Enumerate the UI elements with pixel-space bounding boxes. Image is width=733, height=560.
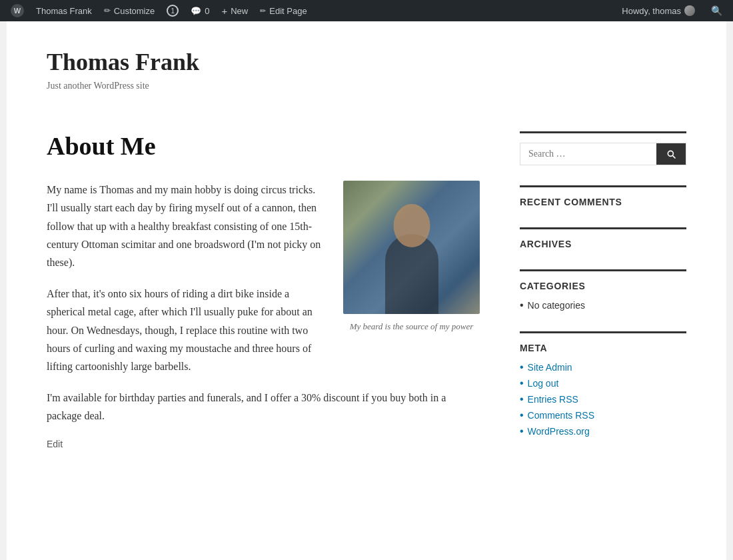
profile-image-figure: My beard is the source of my power [343,181,480,334]
sidebar: RECENT COMMENTS ARCHIVES CATEGORIES No c… [520,131,686,457]
site-name-button[interactable]: Thomas Frank [31,0,97,21]
search-button[interactable] [656,143,686,165]
search-divider [520,131,686,133]
search-input[interactable] [520,143,656,165]
howdy-button[interactable]: Howdy, thomas [616,0,700,21]
meta-list-item: Comments RSS [520,409,686,421]
customize-icon: ✏ [104,6,111,15]
admin-bar: W Thomas Frank ✏ Customize 1 💬 0 + New ✏… [0,0,733,21]
post-paragraph-3: I'm available for birthday parties and f… [47,389,480,425]
user-avatar [684,5,695,16]
site-description: Just another WordPress site [47,81,686,91]
page-wrapper: Thomas Frank Just another WordPress site… [0,21,733,560]
updates-icon: 1 [167,5,179,17]
meta-list-item: Log out [520,377,686,389]
edit-page-label: Edit Page [269,6,307,16]
wp-logo-button[interactable]: W [5,0,29,21]
comments-count: 0 [205,6,209,16]
search-form [520,143,686,165]
new-label: New [231,6,248,16]
edit-page-icon: ✏ [260,7,266,15]
meta-list-item: WordPress.org [520,425,686,437]
categories-divider [520,269,686,271]
edit-page-button[interactable]: ✏ Edit Page [255,0,312,21]
categories-title: CATEGORIES [520,281,686,291]
no-categories-label: No categories [520,299,686,311]
meta-link[interactable]: Entries RSS [528,394,578,405]
meta-link[interactable]: WordPress.org [528,426,590,437]
main-layout: About Me My beard is the source of my po… [7,111,726,497]
meta-link[interactable]: Comments RSS [528,410,594,421]
admin-bar-left: W Thomas Frank ✏ Customize 1 💬 0 + New ✏… [5,0,616,21]
comment-bubble-icon: 💬 [191,6,201,16]
page-inner: Thomas Frank Just another WordPress site… [7,21,726,560]
site-title[interactable]: Thomas Frank [47,48,686,77]
image-caption: My beard is the source of my power [343,319,480,334]
meta-section: META Site AdminLog outEntries RSSComment… [520,331,686,437]
updates-button[interactable]: 1 [161,0,184,21]
customize-button[interactable]: ✏ Customize [99,0,160,21]
updates-count: 1 [171,7,175,15]
site-header: Thomas Frank Just another WordPress site [7,21,726,111]
meta-list-item: Entries RSS [520,393,686,405]
recent-comments-section: RECENT COMMENTS [520,185,686,207]
post-body: My beard is the source of my power My na… [47,181,480,425]
admin-bar-right: Howdy, thomas 🔍 [616,0,728,21]
edit-link[interactable]: Edit [47,439,63,449]
recent-comments-title: RECENT COMMENTS [520,197,686,207]
admin-search-icon[interactable]: 🔍 [706,5,728,16]
search-widget [520,131,686,165]
profile-image [343,181,480,314]
meta-list: Site AdminLog outEntries RSSComments RSS… [520,361,686,437]
plus-icon: + [221,5,227,17]
meta-list-item: Site Admin [520,361,686,373]
meta-divider [520,331,686,333]
comments-button[interactable]: 💬 0 [185,0,215,21]
page-title: About Me [47,131,480,161]
meta-title: META [520,343,686,353]
new-button[interactable]: + New [216,0,253,21]
categories-section: CATEGORIES No categories [520,269,686,311]
howdy-label: Howdy, thomas [622,6,681,16]
meta-link[interactable]: Log out [528,378,559,389]
archives-section: ARCHIVES [520,227,686,249]
search-icon [666,149,676,159]
content-area: About Me My beard is the source of my po… [47,131,480,457]
customize-label: Customize [114,6,155,16]
meta-link[interactable]: Site Admin [528,362,572,373]
site-name-label: Thomas Frank [36,6,92,16]
recent-comments-divider [520,185,686,187]
archives-divider [520,227,686,229]
wp-logo-icon: W [11,4,24,17]
archives-title: ARCHIVES [520,239,686,249]
